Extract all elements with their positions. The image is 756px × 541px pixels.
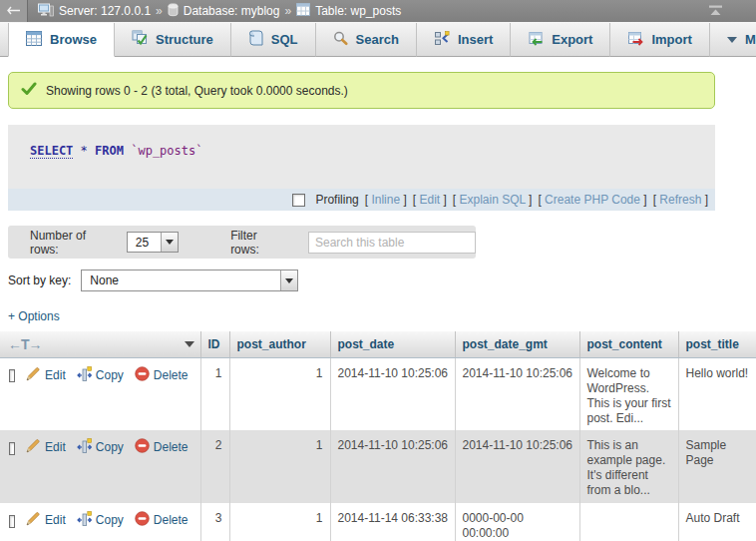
table-tabs-bar: Browse Structure SQL Search Insert xyxy=(0,22,756,57)
number-of-rows-select[interactable]: 25 xyxy=(127,232,179,253)
insert-icon xyxy=(434,31,450,49)
copy-row-link[interactable]: Copy xyxy=(77,366,124,385)
back-arrow-icon xyxy=(7,4,21,18)
cell-id: 2 xyxy=(200,430,229,503)
search-icon xyxy=(333,31,348,49)
sql-query-text: SELECT * FROM `wp_posts` xyxy=(8,125,715,189)
tab-structure-label: Structure xyxy=(156,32,213,47)
tab-insert-label: Insert xyxy=(458,32,493,47)
copy-row-link[interactable]: Copy xyxy=(77,438,124,457)
sql-operator: * xyxy=(81,144,88,158)
delete-row-link[interactable]: Delete xyxy=(135,438,189,457)
cell-post-date: 2014-11-14 06:33:38 xyxy=(330,503,455,541)
column-header-post-title[interactable]: post_title xyxy=(678,331,756,357)
sql-keyword-select[interactable]: SELECT xyxy=(30,144,73,159)
number-of-rows-value: 25 xyxy=(128,233,161,252)
explain-sql-link[interactable]: Explain SQL xyxy=(460,193,526,207)
tab-structure[interactable]: Structure xyxy=(115,23,231,57)
row-checkbox[interactable] xyxy=(9,442,15,455)
status-message-text: Showing rows 0 - 2 (3 total, Query took … xyxy=(46,84,348,98)
delete-icon xyxy=(135,438,150,457)
delete-row-link[interactable]: Delete xyxy=(135,366,189,385)
refresh-link[interactable]: Refresh xyxy=(659,193,701,207)
sql-table-identifier: `wp_posts` xyxy=(131,144,202,158)
edit-row-link[interactable]: Edit xyxy=(26,438,66,457)
cell-post-date: 2014-11-10 10:25:06 xyxy=(330,357,455,430)
filter-rows-input[interactable] xyxy=(308,232,476,254)
results-table: ←T→ ID post_author post_date post_date_g… xyxy=(0,331,756,541)
column-header-id[interactable]: ID xyxy=(200,331,229,357)
tab-sql[interactable]: SQL xyxy=(231,23,316,57)
column-header-post-date[interactable]: post_date xyxy=(330,331,455,357)
tab-import[interactable]: Import xyxy=(610,23,709,57)
sort-by-key-row: Sort by key: None xyxy=(8,268,756,293)
select-dropdown-button[interactable] xyxy=(280,270,297,290)
import-icon xyxy=(627,31,643,49)
query-tools-strip: Profiling Inline Edit Explain SQL Create… xyxy=(8,189,715,211)
breadcrumb-database[interactable]: Database: myblog xyxy=(168,3,280,20)
pencil-icon xyxy=(26,511,41,530)
sql-keyword-from: FROM xyxy=(95,144,124,158)
server-icon xyxy=(38,3,54,20)
cell-id: 1 xyxy=(200,357,229,430)
success-check-icon xyxy=(21,82,37,99)
table-row: Edit Copy Delete 1 1 2014-11-10 10:25:06 xyxy=(0,357,756,430)
table-row: Edit Copy Delete 2 1 2014-11-10 10:25:06 xyxy=(0,430,756,503)
sort-by-key-select[interactable]: None xyxy=(81,270,298,291)
breadcrumb-server[interactable]: Server: 127.0.0.1 xyxy=(38,3,151,20)
phpmyadmin-window: Server: 127.0.0.1 » Database: myblog » T… xyxy=(0,0,756,541)
column-header-post-date-gmt[interactable]: post_date_gmt xyxy=(455,331,579,357)
cell-post-author: 1 xyxy=(229,503,330,541)
column-header-post-content[interactable]: post_content xyxy=(579,331,678,357)
column-reorder-icon[interactable]: ←T→ xyxy=(8,336,42,352)
profiling-control: Profiling xyxy=(290,193,358,207)
tab-search[interactable]: Search xyxy=(316,23,417,57)
edit-row-link[interactable]: Edit xyxy=(26,511,66,530)
select-dropdown-button[interactable] xyxy=(161,233,178,252)
table-icon xyxy=(296,3,310,19)
profiling-checkbox[interactable] xyxy=(292,194,305,207)
delete-row-link[interactable]: Delete xyxy=(135,511,189,530)
tab-insert[interactable]: Insert xyxy=(417,23,511,57)
column-header-post-author[interactable]: post_author xyxy=(229,331,330,357)
delete-icon xyxy=(135,366,150,385)
cell-post-content xyxy=(579,503,678,541)
table-body: Edit Copy Delete 1 1 2014-11-10 10:25:06 xyxy=(0,357,756,541)
cell-post-title: Hello world! xyxy=(678,357,756,430)
cell-post-title: Sample Page xyxy=(678,430,756,503)
tab-sql-label: SQL xyxy=(271,32,298,47)
chevron-down-icon xyxy=(727,37,737,43)
table-row: Edit Copy Delete 3 1 2014-11-14 06:33:38 xyxy=(0,503,756,541)
tab-browse-label: Browse xyxy=(50,32,97,47)
inline-link[interactable]: Inline xyxy=(371,193,400,207)
row-actions-cell: Edit Copy Delete xyxy=(0,357,200,430)
delete-icon xyxy=(135,511,150,530)
sort-by-key-value: None xyxy=(82,270,280,290)
pencil-icon xyxy=(26,438,41,457)
profiling-label: Profiling xyxy=(315,193,358,207)
structure-icon xyxy=(132,30,148,49)
breadcrumb-table[interactable]: Table: wp_posts xyxy=(296,3,401,19)
tab-browse[interactable]: Browse xyxy=(8,23,115,57)
actions-header-cell: ←T→ xyxy=(0,331,200,357)
row-checkbox[interactable] xyxy=(9,369,15,382)
cell-id: 3 xyxy=(200,503,229,541)
breadcrumb-table-label: Table: wp_posts xyxy=(315,4,401,18)
browse-icon xyxy=(26,31,42,49)
edit-row-link[interactable]: Edit xyxy=(26,366,66,385)
options-toggle-link[interactable]: + Options xyxy=(8,309,60,323)
row-checkbox[interactable] xyxy=(9,515,15,528)
filter-rows-label: Filter rows: xyxy=(230,229,288,257)
collapse-navigation-icon[interactable] xyxy=(707,4,724,20)
edit-query-link[interactable]: Edit xyxy=(419,193,440,207)
copy-row-link[interactable]: Copy xyxy=(77,511,124,530)
header-dropdown-icon[interactable] xyxy=(185,341,194,347)
cell-post-date-gmt: 2014-11-10 10:25:06 xyxy=(455,430,579,503)
back-button[interactable] xyxy=(0,0,28,22)
create-php-code-link[interactable]: Create PHP Code xyxy=(545,193,640,207)
tab-export[interactable]: Export xyxy=(511,23,610,57)
sql-icon xyxy=(248,30,263,49)
tab-more[interactable]: More xyxy=(710,23,756,57)
sort-by-key-label: Sort by key: xyxy=(8,273,71,287)
cell-post-content: Welcome to WordPress. This is your first… xyxy=(579,357,678,430)
